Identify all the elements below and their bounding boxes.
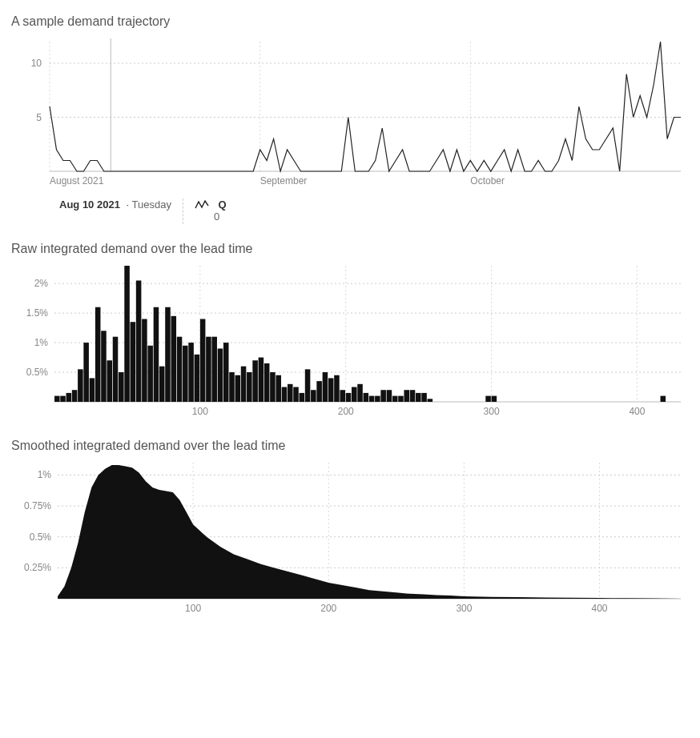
svg-text:0.75%: 0.75% [24,500,51,511]
svg-rect-94 [485,396,491,402]
svg-text:August 2021: August 2021 [50,175,104,187]
svg-text:0.5%: 0.5% [26,367,49,378]
svg-text:1%: 1% [34,337,49,348]
svg-rect-69 [288,384,293,402]
svg-rect-38 [107,360,112,402]
svg-text:400: 400 [592,603,608,614]
svg-rect-48 [165,307,171,402]
svg-text:200: 200 [320,603,336,614]
svg-rect-88 [398,396,404,402]
svg-rect-70 [293,387,299,402]
svg-rect-96 [661,396,666,402]
svg-text:0.5%: 0.5% [30,531,52,543]
svg-rect-59 [229,372,235,402]
line-series-icon [195,200,209,210]
chart-1-plot: August 2021SeptemberOctober510 [11,34,689,194]
svg-rect-57 [218,348,223,402]
svg-rect-47 [159,367,165,402]
legend-series-value: 0 [214,211,227,223]
svg-rect-65 [264,363,270,402]
svg-rect-40 [119,372,124,402]
svg-rect-73 [311,390,316,402]
svg-rect-75 [323,372,328,402]
chart-3-plot: 1002003004000.25%0.5%0.75%1% [11,458,689,618]
svg-rect-53 [195,355,200,402]
svg-rect-61 [241,367,247,402]
svg-rect-58 [223,343,229,402]
svg-text:1.5%: 1.5% [26,307,49,319]
svg-rect-39 [113,337,119,402]
svg-rect-72 [305,369,311,402]
svg-rect-93 [428,399,433,402]
svg-rect-80 [352,387,357,402]
svg-text:October: October [470,175,505,187]
svg-rect-49 [171,316,176,402]
svg-rect-30 [60,396,66,402]
legend-series-name: Q [219,199,227,211]
svg-rect-76 [328,378,334,402]
svg-rect-85 [380,390,386,402]
svg-rect-46 [154,307,159,402]
chart-smoothed-integrated: Smoothed integrated demand over the lead… [11,439,689,618]
svg-rect-42 [131,322,136,402]
svg-text:100: 100 [185,603,201,614]
legend-date: Aug 10 2021 [59,199,120,211]
svg-rect-29 [54,396,60,402]
svg-text:September: September [260,175,308,187]
chart-1-title: A sample demand trajectory [11,14,689,29]
svg-rect-78 [340,390,345,402]
svg-rect-44 [142,319,147,402]
chart-2-plot: 1002003004000.5%1%1.5%2% [11,261,689,421]
svg-rect-67 [276,375,281,402]
svg-rect-33 [78,369,83,402]
chart-raw-integrated: Raw integrated demand over the lead time… [11,242,689,421]
svg-text:100: 100 [192,406,208,417]
svg-rect-63 [252,360,258,402]
svg-text:2%: 2% [34,278,49,289]
svg-rect-82 [364,393,369,402]
svg-rect-35 [90,378,95,402]
svg-rect-52 [188,343,194,402]
svg-text:200: 200 [338,406,354,417]
svg-rect-43 [136,280,142,402]
svg-rect-50 [177,337,183,402]
svg-rect-31 [66,393,72,402]
chart-2-title: Raw integrated demand over the lead time [11,242,689,256]
svg-rect-51 [183,346,188,402]
svg-text:400: 400 [629,406,645,417]
svg-rect-81 [357,384,363,402]
svg-rect-86 [387,390,392,402]
svg-text:1%: 1% [38,469,52,480]
svg-rect-89 [404,390,409,402]
legend-separator [183,199,183,224]
svg-rect-92 [421,393,427,402]
svg-rect-95 [492,396,497,402]
svg-rect-91 [416,393,421,402]
chart-demand-trajectory: A sample demand trajectory August 2021Se… [11,14,689,224]
svg-rect-54 [200,319,206,402]
svg-rect-68 [282,387,288,402]
svg-text:0.25%: 0.25% [24,562,51,573]
svg-rect-90 [410,390,416,402]
svg-rect-87 [392,396,398,402]
svg-text:5: 5 [36,112,42,123]
svg-rect-74 [316,381,322,402]
legend-dow: Tuesday [132,199,171,211]
legend-dot: · [127,199,130,211]
svg-rect-64 [259,358,264,402]
svg-text:10: 10 [31,58,42,69]
svg-rect-41 [124,266,130,402]
svg-rect-45 [147,346,153,402]
svg-rect-62 [247,372,252,402]
svg-rect-79 [346,393,352,402]
svg-rect-83 [369,396,375,402]
chart-1-legend: Aug 10 2021 · Tuesday Q 0 [59,199,689,224]
svg-rect-37 [101,331,107,402]
svg-text:300: 300 [484,406,500,417]
svg-rect-32 [72,390,78,402]
svg-rect-66 [270,372,276,402]
svg-text:300: 300 [456,603,472,614]
svg-rect-60 [235,375,241,402]
svg-rect-84 [375,396,380,402]
chart-3-title: Smoothed integrated demand over the lead… [11,439,689,453]
